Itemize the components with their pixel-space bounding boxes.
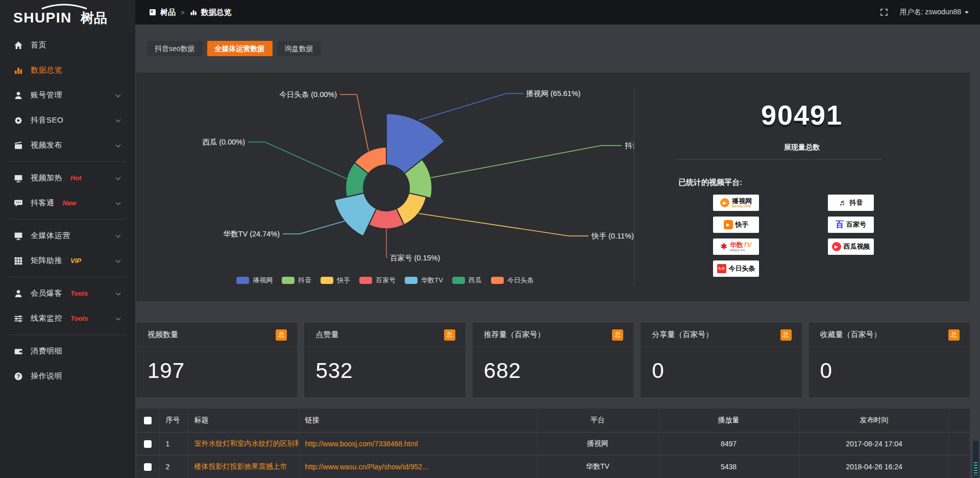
- sidebar-item-home[interactable]: 首页: [0, 33, 135, 58]
- select-all-checkbox[interactable]: [144, 417, 152, 424]
- col-views: 播放量: [658, 409, 799, 432]
- sidebar-item-help[interactable]: ?操作说明: [0, 364, 135, 389]
- monitor-icon: [14, 231, 23, 241]
- stat-card-value: 682: [473, 347, 633, 383]
- toutiao-icon: 头条: [717, 264, 726, 273]
- grid-icon: [14, 256, 23, 266]
- sidebar-item-leads-monitor[interactable]: 线索监控Tools: [0, 306, 135, 331]
- legend-label: 今日头条: [507, 276, 534, 285]
- legend-color-chip: [491, 277, 504, 284]
- sidebar-item-label: 首页: [31, 40, 46, 50]
- total-badge[interactable]: 总: [276, 329, 287, 341]
- row-checkbox[interactable]: [144, 463, 152, 471]
- sidebar-item-video-heat[interactable]: 视频加热Hot: [0, 165, 135, 190]
- floating-widget[interactable]: [972, 440, 979, 478]
- legend-label: 西瓜: [469, 276, 482, 285]
- app-logo: SHUPIN 树品: [0, 0, 135, 29]
- chevron-down-icon: [116, 316, 121, 321]
- video-title-link[interactable]: 室外水纹灯和室内水纹灯的区别和简介: [194, 439, 299, 447]
- wasu-star-icon: ✱: [720, 243, 727, 251]
- sidebar-divider: [9, 161, 127, 162]
- video-url-link[interactable]: http://www.boosj.com/7338468.html: [305, 440, 418, 448]
- menu-badge-tools: Tools: [70, 290, 88, 297]
- total-badge[interactable]: 总: [948, 329, 960, 341]
- kuaishou-icon: ▶: [724, 220, 733, 229]
- sidebar-item-label: 抖音SEO: [31, 115, 63, 125]
- legend-item-华数TV[interactable]: 华数TV: [405, 276, 443, 285]
- platform-badge-wasu: ✱华数TVwasu.cn: [713, 238, 759, 255]
- stat-card-header: 视频数量总: [136, 323, 297, 347]
- legend-item-今日头条[interactable]: 今日头条: [491, 276, 534, 285]
- sidebar-item-label: 视频发布: [31, 140, 62, 150]
- platform-badge-xigua: ▶西瓜视频: [828, 238, 874, 255]
- sidebar-item-account-manage[interactable]: 账号管理: [0, 83, 135, 108]
- col-link: 链接: [299, 409, 537, 432]
- sidebar-item-douketong[interactable]: 抖客通New: [0, 190, 135, 216]
- video-url-link[interactable]: http://www.wasu.cn/Play/show/id/952...: [305, 463, 428, 471]
- sidebar-item-label: 矩阵助推: [31, 256, 62, 266]
- total-badge[interactable]: 总: [612, 329, 623, 341]
- pie-label: 百家号 (0.15%): [390, 254, 440, 262]
- row-checkbox[interactable]: [144, 440, 152, 448]
- legend-item-西瓜[interactable]: 西瓜: [452, 276, 482, 285]
- total-badge[interactable]: 总: [444, 329, 455, 341]
- total-impressions-value: 90491: [634, 99, 970, 131]
- chat-icon: [14, 199, 23, 208]
- sidebar-item-douyin-seo[interactable]: 抖音SEO: [0, 108, 135, 133]
- total-badge[interactable]: 总: [780, 329, 792, 341]
- sidebar-item-label: 抖客通: [31, 198, 55, 208]
- legend-item-播视网[interactable]: 播视网: [236, 276, 273, 285]
- chevron-down-icon: [116, 200, 121, 205]
- pie-label: 快手 (0.11%): [591, 232, 634, 240]
- fullscreen-icon[interactable]: [880, 8, 888, 16]
- menu-badge-new: New: [63, 199, 77, 207]
- tab-inquiry-data[interactable]: 询盘数据: [277, 41, 321, 56]
- sidebar-item-data-overview[interactable]: 数据总览: [0, 58, 135, 83]
- platform-badge-douyin: ♬抖音: [828, 195, 874, 211]
- data-tabs: 抖音seo数据全媒体运营数据询盘数据: [147, 41, 321, 56]
- menu-badge-hot: Hot: [70, 174, 82, 182]
- widget-stripes-icon: [974, 462, 977, 475]
- sidebar-item-video-publish[interactable]: 视频发布: [0, 133, 135, 158]
- cell-index: 2: [159, 455, 188, 478]
- table-row: 1室外水纹灯和室内水纹灯的区别和简介http://www.boosj.com/7…: [136, 432, 970, 455]
- publish-icon: [14, 141, 23, 150]
- sidebar: SHUPIN 树品 首页数据总览账号管理抖音SEO视频发布视频加热Hot抖客通N…: [0, 0, 135, 478]
- chevron-down-icon: [116, 258, 121, 263]
- pie-slice-华数TV[interactable]: [334, 193, 377, 236]
- video-title-link[interactable]: 楼体投影灯投影效果震撼上市: [194, 462, 287, 470]
- legend-item-抖音[interactable]: 抖音: [282, 276, 311, 285]
- rose-pie-chart: 播视网 (65.61%)抖音 (9.40%)快手 (0.11%)百家号 (0.1…: [136, 73, 634, 274]
- menu-badge-vip: VIP: [70, 257, 81, 265]
- pie-label: 播视网 (65.61%): [526, 89, 580, 98]
- tab-douyin-seo-data[interactable]: 抖音seo数据: [147, 41, 203, 56]
- platform-badges-right: ♬抖音百百家号▶西瓜视频: [828, 195, 874, 255]
- sidebar-item-spending-detail[interactable]: 消费明细: [0, 339, 135, 364]
- pie-label: 抖音 (9.40%): [625, 141, 634, 150]
- username-label: 用户名: zswodun88: [899, 8, 961, 17]
- table-header-row: 序号标题链接平台播放量发布时间: [136, 409, 970, 432]
- legend-color-chip: [452, 277, 465, 284]
- cell-views: 8497: [658, 432, 799, 455]
- sidebar-item-media-ops[interactable]: 全媒体运营: [0, 223, 135, 248]
- tab-media-ops-data[interactable]: 全媒体运营数据: [207, 41, 273, 56]
- sidebar-item-matrix-boost[interactable]: 矩阵助推VIP: [0, 248, 135, 273]
- legend-item-百家号[interactable]: 百家号: [359, 276, 396, 285]
- sidebar-divider: [9, 219, 127, 220]
- legend-item-快手[interactable]: 快手: [321, 276, 350, 285]
- legend-color-chip: [405, 277, 418, 284]
- user-menu[interactable]: 用户名: zswodun88: [899, 8, 969, 17]
- stat-card-value: 0: [641, 347, 801, 383]
- sidebar-item-label: 操作说明: [31, 371, 62, 381]
- stat-card-value: 0: [809, 347, 970, 383]
- chevron-down-icon: [116, 92, 121, 98]
- video-table: 序号标题链接平台播放量发布时间1室外水纹灯和室内水纹灯的区别和简介http://…: [136, 409, 970, 478]
- sidebar-item-member-baoke[interactable]: 会员爆客Tools: [0, 281, 135, 306]
- pie-label: 今日头条 (0.00%): [279, 90, 337, 99]
- question-icon: ?: [14, 372, 23, 381]
- video-table-wrap: 序号标题链接平台播放量发布时间1室外水纹灯和室内水纹灯的区别和简介http://…: [136, 409, 970, 478]
- breadcrumb-current: 数据总览: [201, 8, 232, 17]
- legend-color-chip: [359, 277, 372, 284]
- breadcrumb-root[interactable]: 树品: [160, 8, 176, 17]
- chevron-down-icon: [116, 142, 121, 148]
